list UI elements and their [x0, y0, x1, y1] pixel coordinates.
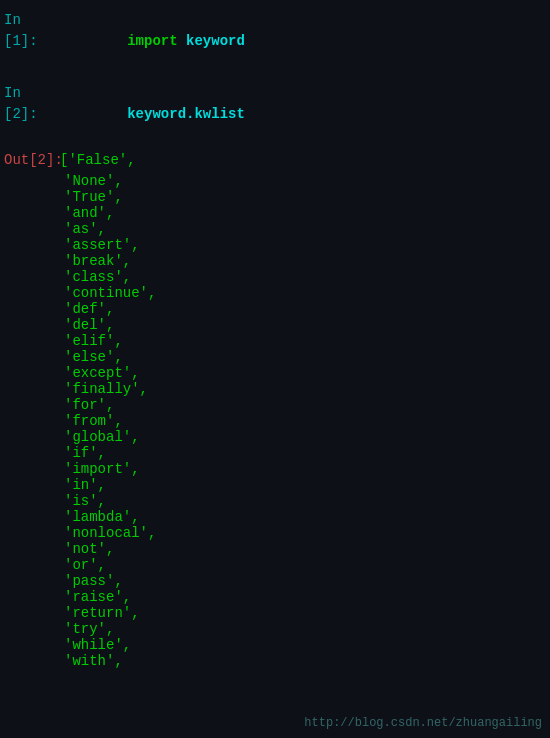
in-label-1: In [1]:	[4, 12, 38, 49]
output-block: 'None', 'True', 'and', 'as', 'assert', '…	[0, 173, 550, 669]
output-line-6: 'break',	[64, 253, 550, 269]
output-line-16: 'from',	[64, 413, 550, 429]
output-line-5: 'assert',	[64, 237, 550, 253]
in-label-2: In [2]:	[4, 85, 38, 122]
notebook: In [1]: import keyword In [2]: keyword.k…	[0, 0, 550, 738]
output-first-line: ['False',	[60, 150, 550, 171]
output-line-23: 'nonlocal',	[64, 525, 550, 541]
output-line-4: 'as',	[64, 221, 550, 237]
output-line-1: 'None',	[64, 173, 550, 189]
output-line-14: 'finally',	[64, 381, 550, 397]
output-line-8: 'continue',	[64, 285, 550, 301]
output-line-28: 'return',	[64, 605, 550, 621]
cell-output-label: Out[2]: ['False',	[0, 148, 550, 173]
output-line-9: 'def',	[64, 301, 550, 317]
cell-code-1: import keyword	[60, 10, 550, 73]
cell-label-2: In [2]:	[0, 83, 60, 125]
cell-label-1: In [1]:	[0, 10, 60, 52]
output-line-11: 'elif',	[64, 333, 550, 349]
output-line-2: 'True',	[64, 189, 550, 205]
output-line-26: 'pass',	[64, 573, 550, 589]
cell-code-2: keyword.kwlist	[60, 83, 550, 146]
output-line-19: 'import',	[64, 461, 550, 477]
output-line-31: 'with',	[64, 653, 550, 669]
module-name: keyword	[186, 33, 245, 49]
code-line-1: import keyword	[60, 33, 245, 70]
output-line-7: 'class',	[64, 269, 550, 285]
output-line-10: 'del',	[64, 317, 550, 333]
output-line-24: 'not',	[64, 541, 550, 557]
output-line-12: 'else',	[64, 349, 550, 365]
output-line-18: 'if',	[64, 445, 550, 461]
output-line-30: 'while',	[64, 637, 550, 653]
output-line-15: 'for',	[64, 397, 550, 413]
output-line-29: 'try',	[64, 621, 550, 637]
code-line-2: keyword.kwlist	[60, 106, 245, 143]
cell-input-1: In [1]: import keyword	[0, 8, 550, 75]
output-line-0: ['False',	[60, 152, 136, 168]
output-line-27: 'raise',	[64, 589, 550, 605]
output-line-25: 'or',	[64, 557, 550, 573]
out-label-text: Out[2]:	[4, 152, 63, 168]
output-line-20: 'in',	[64, 477, 550, 493]
output-line-21: 'is',	[64, 493, 550, 509]
output-line-17: 'global',	[64, 429, 550, 445]
output-line-22: 'lambda',	[64, 509, 550, 525]
keyword-import: import	[127, 33, 186, 49]
kwlist-call: keyword.kwlist	[127, 106, 245, 122]
output-line-3: 'and',	[64, 205, 550, 221]
watermark: http://blog.csdn.net/zhuangailing	[304, 716, 542, 730]
cell-input-2: In [2]: keyword.kwlist	[0, 81, 550, 148]
out-label: Out[2]:	[0, 150, 60, 171]
output-line-13: 'except',	[64, 365, 550, 381]
